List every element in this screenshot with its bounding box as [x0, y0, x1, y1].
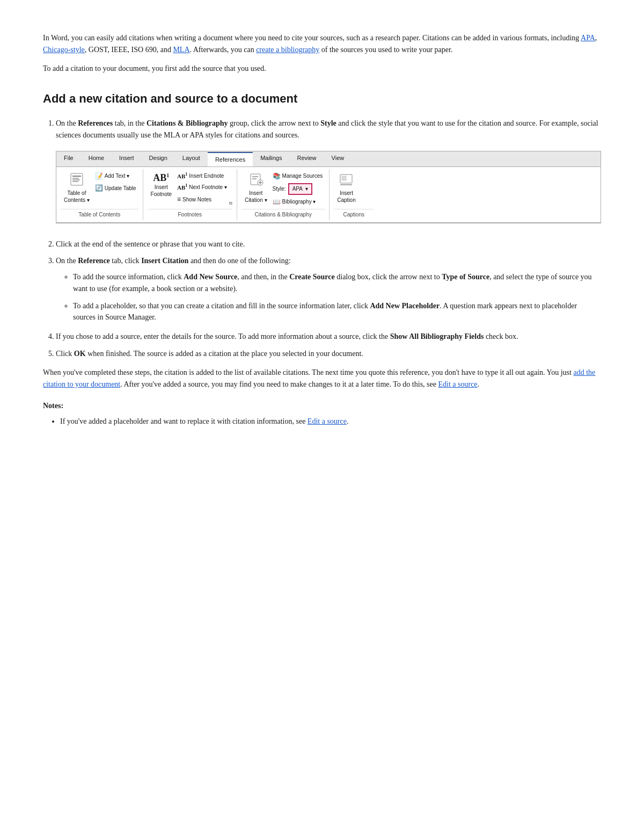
ribbon-tab-mailings[interactable]: Mailings: [253, 151, 289, 166]
insert-caption-icon: [339, 172, 354, 188]
manage-sources-button[interactable]: 📚 Manage Sources: [270, 170, 325, 183]
captions-group-label: Captions: [334, 209, 374, 220]
step-3-subitem-1: To add the source information, click Add…: [73, 271, 601, 294]
insert-citation-label: InsertCitation ▾: [245, 190, 267, 204]
ribbon-screenshot: File Home Insert Design Layout Reference…: [56, 151, 601, 223]
bibliography-icon: 📖: [273, 197, 281, 207]
ribbon-group-footnotes: AB1 InsertFootnote AB1 Insert Endnote: [143, 169, 237, 220]
edit-source-link-1[interactable]: Edit a source: [438, 380, 477, 388]
insert-citation-button[interactable]: InsertCitation ▾: [241, 170, 270, 205]
next-footnote-button[interactable]: AB1 Next Footnote ▾: [175, 182, 229, 193]
create-bibliography-link[interactable]: create a bibliography: [256, 46, 319, 54]
step-5: Click OK when finished. The source is ad…: [56, 348, 601, 360]
svg-rect-0: [71, 173, 83, 185]
toc-group-label: Table of Contents: [61, 209, 138, 220]
note-1: If you've added a placeholder and want t…: [60, 416, 601, 427]
insert-footnote-button[interactable]: AB1 InsertFootnote: [148, 170, 175, 199]
toc-icon: [69, 172, 84, 188]
show-notes-button[interactable]: ≡ Show Notes: [175, 193, 229, 206]
closing-paragraph-1: When you've completed these steps, the c…: [43, 367, 601, 390]
main-heading: Add a new citation and source to a docum…: [43, 90, 601, 108]
step-2: Click at the end of the sentence or phra…: [56, 238, 601, 250]
style-label: Style:: [273, 185, 286, 193]
insert-footnote-icon: AB1: [153, 172, 169, 183]
apa-link[interactable]: APA: [581, 34, 595, 42]
page-content: In Word, you can easily add citations wh…: [43, 32, 601, 427]
style-selector[interactable]: Style: APA ▾: [270, 182, 325, 196]
mla-link[interactable]: MLA: [173, 46, 189, 54]
add-citation-link[interactable]: add the citation to your document: [43, 368, 595, 388]
add-text-icon: 📝: [95, 171, 103, 182]
insert-caption-label: InsertCaption: [337, 190, 355, 204]
step-3: On the Reference tab, click Insert Citat…: [56, 255, 601, 323]
add-text-button[interactable]: 📝 Add Text ▾: [93, 170, 138, 183]
insert-caption-button[interactable]: InsertCaption: [334, 170, 358, 205]
citations-small-group: 📚 Manage Sources Style: APA ▾: [270, 170, 325, 208]
ribbon-tab-file[interactable]: File: [56, 151, 81, 166]
style-value-box[interactable]: APA ▾: [288, 183, 312, 195]
insert-endnote-icon: AB1: [177, 171, 187, 181]
step-1: On the References tab, in the Citations …: [56, 118, 601, 233]
step-3-subitems: To add the source information, click Add…: [73, 271, 601, 323]
ribbon-group-toc: Table ofContents ▾ 📝 Add Text ▾ 🔄 Update…: [56, 169, 143, 220]
ribbon-tab-design[interactable]: Design: [142, 151, 175, 166]
footnotes-group-content: AB1 InsertFootnote AB1 Insert Endnote: [148, 170, 232, 208]
ribbon-tab-view[interactable]: View: [324, 151, 352, 166]
intro-paragraph-2: To add a citation to your document, you …: [43, 63, 601, 75]
ribbon-tab-review[interactable]: Review: [290, 151, 324, 166]
table-of-contents-button[interactable]: Table ofContents ▾: [61, 170, 93, 205]
steps-list: On the References tab, in the Citations …: [56, 118, 601, 359]
next-footnote-label: Next Footnote ▾: [189, 183, 227, 192]
toc-small-group: 📝 Add Text ▾ 🔄 Update Table: [93, 170, 138, 194]
notes-list: If you've added a placeholder and want t…: [60, 416, 601, 427]
ribbon-group-citations: InsertCitation ▾ 📚 Manage Sources Style:: [237, 169, 330, 220]
footnotes-group-label: Footnotes: [148, 209, 232, 220]
ribbon-tab-home[interactable]: Home: [81, 151, 112, 166]
bibliography-button[interactable]: 📖 Bibliography ▾: [270, 196, 325, 208]
ribbon-tab-references[interactable]: References: [208, 152, 253, 166]
edit-source-link-2[interactable]: Edit a source: [308, 417, 347, 425]
manage-sources-label: Manage Sources: [282, 172, 323, 180]
insert-footnote-label: InsertFootnote: [151, 184, 172, 198]
captions-group-content: InsertCaption: [334, 170, 374, 208]
next-footnote-icon: AB1: [177, 183, 187, 192]
insert-citation-icon: [248, 172, 264, 188]
update-table-label: Update Table: [105, 184, 136, 193]
notes-heading: Notes:: [43, 400, 601, 412]
step-3-subitem-2: To add a placeholder, so that you can cr…: [73, 300, 601, 323]
manage-sources-icon: 📚: [273, 171, 281, 182]
add-text-label: Add Text ▾: [105, 172, 130, 180]
ribbon-tab-layout[interactable]: Layout: [175, 151, 208, 166]
ribbon-group-captions: InsertCaption Captions: [330, 169, 378, 220]
update-table-button[interactable]: 🔄 Update Table: [93, 182, 138, 194]
citations-group-label: Citations & Bibliography: [241, 209, 325, 220]
toc-label: Table ofContents ▾: [64, 190, 90, 204]
footnotes-small-group: AB1 Insert Endnote AB1 Next Footnote ▾ ≡…: [175, 170, 229, 206]
citations-group-content: InsertCitation ▾ 📚 Manage Sources Style:: [241, 170, 325, 208]
insert-endnote-label: Insert Endnote: [189, 172, 224, 180]
intro-section: In Word, you can easily add citations wh…: [43, 32, 601, 75]
show-notes-icon: ≡: [177, 194, 181, 205]
bibliography-label: Bibliography ▾: [282, 198, 316, 206]
svg-rect-13: [342, 176, 346, 180]
insert-endnote-button[interactable]: AB1 Insert Endnote: [175, 170, 229, 182]
ribbon-body: Table ofContents ▾ 📝 Add Text ▾ 🔄 Update…: [56, 167, 601, 223]
intro-paragraph-1: In Word, you can easily add citations wh…: [43, 32, 601, 55]
footnotes-expand-icon[interactable]: ⧉: [229, 200, 232, 207]
update-table-icon: 🔄: [95, 183, 103, 193]
show-notes-label: Show Notes: [182, 195, 211, 204]
ribbon-tab-insert[interactable]: Insert: [112, 151, 142, 166]
ribbon-tabs-row: File Home Insert Design Layout Reference…: [56, 151, 601, 167]
chicago-style-link[interactable]: Chicago-style: [43, 46, 85, 54]
step-4: If you chose to add a source, enter the …: [56, 331, 601, 343]
toc-group-content: Table ofContents ▾ 📝 Add Text ▾ 🔄 Update…: [61, 170, 138, 208]
